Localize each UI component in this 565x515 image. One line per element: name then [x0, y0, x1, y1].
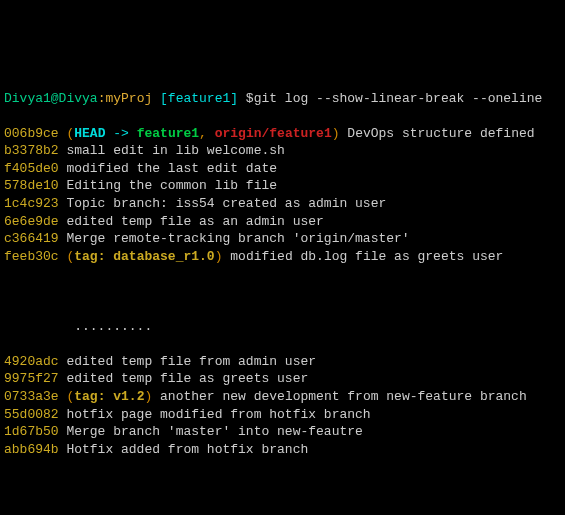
commit-hash: abb694b	[4, 442, 59, 457]
commit-message: another new development from new-feature…	[152, 389, 526, 404]
commit-block: 4920adc edited temp file from admin user…	[4, 353, 561, 458]
commit-line: f405de0 modified the last edit date	[4, 160, 561, 178]
commit-hash: feeb30c	[4, 249, 59, 264]
commit-block: 006b9ce (HEAD -> feature1, origin/featur…	[4, 125, 561, 265]
empty-line	[4, 283, 561, 301]
commit-line: 0733a3e (tag: v1.2) another new developm…	[4, 388, 561, 406]
remote-branch: origin/feature1	[215, 126, 332, 141]
commit-message: modified db.log file as greets user	[222, 249, 503, 264]
commit-message: Hotfix added from hotfix branch	[59, 442, 309, 457]
commit-message: Merge branch 'master' into new-feautre	[59, 424, 363, 439]
commit-hash: c366419	[4, 231, 59, 246]
linear-break: ..........	[4, 318, 561, 336]
commit-line: 55d0082 hotfix page modified from hotfix…	[4, 406, 561, 424]
commit-message: edited temp file as an admin user	[59, 214, 324, 229]
head-ref: HEAD	[74, 126, 105, 141]
linear-break: ..........	[4, 511, 561, 515]
prompt-branch: [feature1]	[152, 91, 238, 106]
commit-hash: 4920adc	[4, 354, 59, 369]
commit-message: modified the last edit date	[59, 161, 277, 176]
commit-line: 1c4c923 Topic branch: iss54 created as a…	[4, 195, 561, 213]
commit-message: small edit in lib welcome.sh	[59, 143, 285, 158]
prompt-path: :myProj	[98, 91, 153, 106]
commit-line: 006b9ce (HEAD -> feature1, origin/featur…	[4, 125, 561, 143]
commit-line: 9975f27 edited temp file as greets user	[4, 370, 561, 388]
commit-hash: 1d67b50	[4, 424, 59, 439]
commit-hash: 006b9ce	[4, 126, 59, 141]
commit-message: edited temp file as greets user	[59, 371, 309, 386]
commit-line: 1d67b50 Merge branch 'master' into new-f…	[4, 423, 561, 441]
commit-line: abb694b Hotfix added from hotfix branch	[4, 441, 561, 459]
local-branch: feature1	[137, 126, 199, 141]
commit-line: 4920adc edited temp file from admin user	[4, 353, 561, 371]
commit-hash: 578de10	[4, 178, 59, 193]
prompt-command: $git log --show-linear-break --oneline	[238, 91, 542, 106]
empty-line	[4, 476, 561, 494]
commit-message: edited temp file from admin user	[59, 354, 316, 369]
tag-ref: tag: database_r1.0	[74, 249, 214, 264]
tag-ref: tag: v1.2	[74, 389, 144, 404]
commit-line: feeb30c (tag: database_r1.0) modified db…	[4, 248, 561, 266]
commit-hash: 1c4c923	[4, 196, 59, 211]
commit-message: DevOps structure defined	[340, 126, 535, 141]
commit-hash: f405de0	[4, 161, 59, 176]
commit-hash: b3378b2	[4, 143, 59, 158]
prompt-user: Divya1@Divya	[4, 91, 98, 106]
commit-line: c366419 Merge remote-tracking branch 'or…	[4, 230, 561, 248]
commit-line: b3378b2 small edit in lib welcome.sh	[4, 142, 561, 160]
commit-hash: 6e6e9de	[4, 214, 59, 229]
commit-message: Topic branch: iss54 created as admin use…	[59, 196, 387, 211]
terminal[interactable]: Divya1@Divya:myProj [feature1] $git log …	[4, 72, 561, 515]
commit-message: hotfix page modified from hotfix branch	[59, 407, 371, 422]
commit-line: 6e6e9de edited temp file as an admin use…	[4, 213, 561, 231]
commit-hash: 9975f27	[4, 371, 59, 386]
commit-line: 578de10 Editing the common lib file	[4, 177, 561, 195]
prompt-line: Divya1@Divya:myProj [feature1] $git log …	[4, 90, 561, 108]
commit-message: Merge remote-tracking branch 'origin/mas…	[59, 231, 410, 246]
commit-message: Editing the common lib file	[59, 178, 277, 193]
commit-hash: 0733a3e	[4, 389, 59, 404]
commit-hash: 55d0082	[4, 407, 59, 422]
